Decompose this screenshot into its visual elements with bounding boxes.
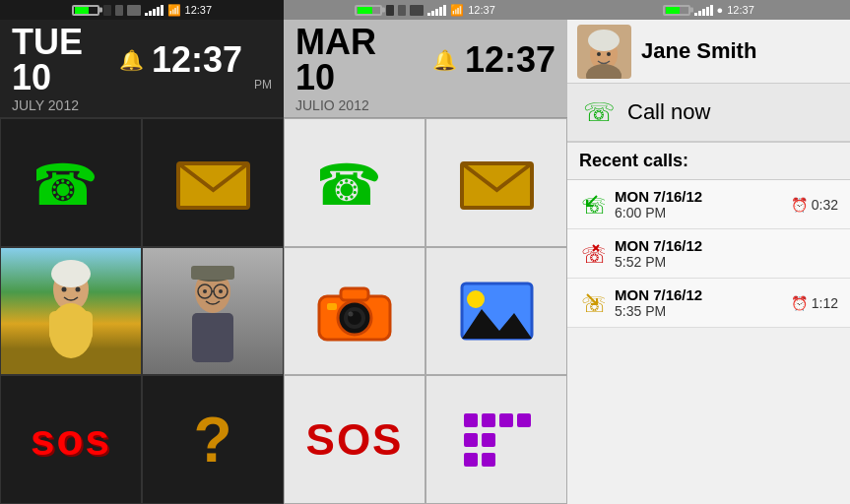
mail-icon-left <box>176 156 250 210</box>
svg-rect-20 <box>341 288 368 300</box>
svg-rect-25 <box>327 303 337 310</box>
battery-mid <box>355 5 382 16</box>
svg-rect-34 <box>482 433 495 447</box>
left-day: TUE 10 <box>12 25 111 95</box>
call-info-1: MON 7/16/12 6:00 PM <box>615 188 702 220</box>
left-panel: TUE 10 🔔 12:37 PM JULY 2012 ☎ <box>0 20 284 504</box>
sos-button-left[interactable]: sos <box>0 375 142 504</box>
mid-date-line: MAR 10 🔔 12:37 <box>295 25 556 95</box>
svg-rect-35 <box>464 453 478 467</box>
duration-value-1: 0:32 <box>812 197 838 213</box>
call-date-2: MON 7/16/12 <box>615 237 702 254</box>
contact-name: Jane Smith <box>641 38 756 64</box>
status-bar: 📶 12:37 📶 12:37 ● 12:37 <box>0 0 850 20</box>
call-date-1: MON 7/16/12 <box>615 188 702 205</box>
svg-point-3 <box>51 260 91 287</box>
svg-rect-10 <box>191 266 234 280</box>
mid-day: MAR 10 <box>295 25 425 95</box>
svg-point-13 <box>203 289 207 293</box>
svg-rect-30 <box>482 413 495 427</box>
call-now-phone-icon: ☏ <box>583 97 616 128</box>
call-now-label: Call now <box>627 99 710 125</box>
signal-right <box>694 4 713 16</box>
call-item-1[interactable]: ☏ MON 7/16/12 6:00 PM ⏰ 0:32 <box>567 180 850 229</box>
timer-icon-1: ⏰ <box>791 197 808 213</box>
svg-rect-33 <box>464 433 478 447</box>
svg-rect-31 <box>499 413 513 427</box>
avatar-image <box>577 25 631 79</box>
mid-datetime-header: MAR 10 🔔 12:37 JULIO 2012 <box>284 20 567 118</box>
missed-call-icon: ☏ <box>579 241 605 267</box>
msep1 <box>386 5 394 16</box>
timer-icon-3: ⏰ <box>791 295 808 311</box>
apps-button[interactable] <box>425 375 567 504</box>
mail-button-left[interactable] <box>142 118 284 247</box>
svg-text:☎: ☎ <box>320 153 382 217</box>
phone-button-left[interactable]: ☎ <box>0 118 142 247</box>
svg-rect-7 <box>49 311 93 341</box>
right-status: ● 12:37 <box>566 0 850 20</box>
question-mark-icon: ? <box>193 404 231 476</box>
phone-icon-mid: ☎ <box>320 148 389 217</box>
left-icon-grid: ☎ <box>0 118 284 504</box>
msep2 <box>398 5 406 16</box>
phone-icon-left: ☎ <box>36 148 105 217</box>
signal-mid <box>427 4 446 16</box>
call-duration-1: ⏰ 0:32 <box>791 197 838 213</box>
battery-right <box>663 5 690 16</box>
duration-value-3: 1:12 <box>812 295 838 311</box>
bell-icon-mid: 🔔 <box>432 48 457 72</box>
man-photo-button[interactable] <box>142 247 284 376</box>
wifi-left: 📶 <box>167 4 181 17</box>
left-datetime-header: TUE 10 🔔 12:37 PM JULY 2012 <box>0 20 284 118</box>
mid-panel: MAR 10 🔔 12:37 JULIO 2012 ☎ <box>284 20 567 504</box>
svg-point-14 <box>219 289 223 293</box>
signal-left <box>145 4 163 16</box>
call-info-2: MON 7/16/12 5:52 PM <box>615 237 702 270</box>
svg-rect-29 <box>464 413 478 427</box>
left-status: 📶 12:37 <box>0 0 284 20</box>
left-pm: PM <box>254 78 272 92</box>
right-panel: Jane Smith ☏ Call now Recent calls: ☏ MO… <box>567 20 850 504</box>
sep3 <box>127 5 141 16</box>
main-area: TUE 10 🔔 12:37 PM JULY 2012 ☎ <box>0 20 850 504</box>
mid-time: 12:37 <box>465 42 556 78</box>
gallery-button[interactable] <box>425 247 567 376</box>
bell-icon-left: 🔔 <box>119 48 144 72</box>
camera-button[interactable] <box>284 247 425 376</box>
lady-photo-button[interactable] <box>0 247 142 376</box>
phone-button-mid[interactable]: ☎ <box>284 118 425 247</box>
call-now-button[interactable]: ☏ Call now <box>567 84 850 143</box>
camera-icon <box>315 279 394 343</box>
left-month: JULY 2012 <box>12 97 272 113</box>
lady-photo <box>1 248 141 375</box>
svg-rect-36 <box>482 453 495 467</box>
sos-button-mid[interactable]: SOS <box>284 375 425 504</box>
call-duration-3: ⏰ 1:12 <box>791 295 838 311</box>
msep3 <box>410 5 424 16</box>
man-figure-svg <box>168 252 257 370</box>
mid-status: 📶 12:37 <box>284 0 567 20</box>
svg-point-24 <box>349 312 354 317</box>
call-time-2: 5:52 PM <box>615 254 702 270</box>
call-time-1: 6:00 PM <box>615 205 702 220</box>
svg-text:☎: ☎ <box>36 153 98 217</box>
call-item-3[interactable]: ☏ MON 7/16/12 5:35 PM ⏰ 1:12 <box>567 279 850 328</box>
sep1 <box>103 5 111 16</box>
time-right: 12:37 <box>727 4 754 16</box>
incoming-call-icon: ☏ <box>579 192 605 218</box>
svg-point-28 <box>467 290 485 308</box>
outgoing-call-icon: ☏ <box>579 290 605 316</box>
help-button-left[interactable]: ? <box>142 375 284 504</box>
gallery-icon <box>460 282 534 341</box>
call-item-2[interactable]: ☏ MON 7/16/12 5:52 PM <box>567 229 850 279</box>
battery-left <box>72 5 99 16</box>
mail-icon-mid <box>460 156 534 210</box>
mid-icon-grid: ☎ <box>284 118 567 504</box>
recent-calls-header: Recent calls: <box>567 143 850 180</box>
time-mid: 12:37 <box>468 4 495 16</box>
mail-button-mid[interactable] <box>425 118 567 247</box>
svg-rect-16 <box>192 313 233 362</box>
man-photo <box>143 248 283 375</box>
call-info-3: MON 7/16/12 5:35 PM <box>615 286 702 319</box>
